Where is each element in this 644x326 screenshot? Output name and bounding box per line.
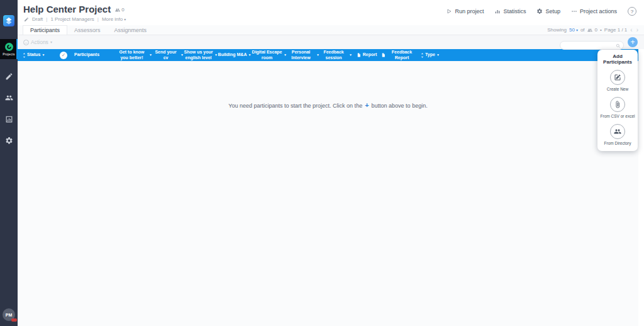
main-area: Help Center Project 0 Draft | 1 Project … — [18, 0, 644, 326]
actions-label: Actions — [31, 39, 48, 45]
circle-minus-icon: – — [23, 40, 29, 45]
from-directory-label: From Directory — [604, 141, 631, 146]
edit-icon — [24, 17, 29, 22]
run-project-button[interactable]: Run project — [446, 8, 484, 14]
column-label: Send your cv — [152, 50, 179, 60]
chevron-down-icon: ▾ — [124, 18, 126, 21]
page-size-dropdown[interactable]: 50 ▾ — [569, 27, 578, 33]
plus-icon: + — [630, 38, 635, 46]
tab-assignments[interactable]: Assignments — [108, 25, 154, 35]
column-personal-interview[interactable]: Personal Interview ▼ — [287, 49, 319, 61]
ellipsis-icon — [571, 8, 577, 14]
empty-text-before: You need participants to start the proje… — [228, 103, 362, 109]
document-icon — [357, 52, 361, 58]
participant-count: 0 — [115, 7, 124, 13]
app-logo[interactable] — [3, 15, 14, 26]
total-count: 0 — [595, 27, 597, 33]
column-english-level[interactable]: Show us your english level ▼ — [184, 49, 218, 61]
user-avatar[interactable]: PM — [3, 308, 15, 321]
chevron-down-icon: ▾ — [576, 28, 578, 32]
tab-label: Assessors — [74, 27, 101, 33]
people-icon — [5, 94, 13, 102]
column-label: Digital Escape room — [252, 50, 282, 60]
column-report[interactable]: Report — [352, 49, 381, 61]
column-status[interactable]: Status ▼ — [18, 49, 53, 61]
column-label: Personal Interview — [287, 50, 315, 60]
sidebar-item-users[interactable] — [4, 93, 13, 102]
column-label: Building M&A — [218, 52, 247, 57]
sidebar-item-reports[interactable] — [4, 115, 13, 123]
more-info-dropdown[interactable]: More info ▾ — [102, 16, 126, 22]
column-feedback-session[interactable]: Feedback session ▼ — [319, 49, 352, 61]
project-actions-button[interactable]: Project actions — [571, 8, 617, 14]
search-input[interactable] — [560, 41, 624, 50]
page-indicator: Page 1 / 1 — [604, 27, 627, 33]
empty-text-after: button above to begin. — [372, 103, 428, 109]
sort-icon — [23, 53, 26, 58]
run-project-label: Run project — [455, 8, 484, 14]
next-page-button[interactable]: › — [636, 27, 639, 33]
play-icon — [446, 8, 452, 14]
chart-icon — [5, 115, 13, 123]
column-select[interactable]: ✓ — [53, 49, 74, 61]
avatar-badge — [11, 318, 17, 322]
column-get-to-know[interactable]: Get to know you better! ▼ — [116, 49, 152, 61]
meta-separator: | — [97, 16, 99, 22]
help-button[interactable]: ? — [628, 7, 636, 16]
help-icon: ? — [631, 9, 633, 14]
setup-label: Setup — [545, 8, 560, 14]
document-icon — [381, 52, 386, 58]
column-label: Status — [27, 52, 40, 57]
header-actions: Run project Statistics Setup Project act… — [446, 7, 636, 16]
edit-square-icon — [614, 74, 621, 81]
gear-icon — [536, 8, 543, 14]
of-label: of — [580, 27, 585, 33]
add-participants-button[interactable]: + — [628, 37, 638, 47]
setup-button[interactable]: Setup — [536, 8, 560, 14]
statistics-button[interactable]: Statistics — [494, 8, 526, 14]
page-title: Help Center Project — [23, 4, 111, 14]
actions-dropdown[interactable]: – Actions ▾ — [23, 39, 52, 45]
chevron-down-icon: ▼ — [248, 53, 251, 57]
toolbar: – Actions ▾ + — [18, 35, 644, 49]
create-new-label: Create New — [607, 87, 628, 92]
pagination: Showing 50 ▾ of 0 • Page 1 / 1 ‹ › — [547, 25, 639, 35]
column-label: Show us your english level — [184, 50, 213, 60]
column-send-cv[interactable]: Send your cv ▼ — [152, 49, 184, 61]
column-escape-room[interactable]: Digital Escape room ▼ — [252, 49, 287, 61]
column-participants[interactable]: Participants — [74, 49, 116, 61]
create-icon-circle — [610, 70, 625, 85]
tab-label: Participants — [30, 27, 60, 33]
sidebar-item-design[interactable] — [4, 72, 13, 81]
participants-table-header: Status ▼ ✓ Participants Get to know you … — [18, 49, 638, 61]
column-type[interactable]: Type ▼ — [416, 49, 444, 61]
column-label: Get to know you better! — [116, 50, 148, 60]
from-csv-option[interactable]: From CSV or excel — [601, 97, 635, 119]
stats-icon — [494, 8, 501, 14]
page-size-value: 50 — [569, 27, 575, 33]
app-logo-icon — [3, 15, 14, 26]
table-body-empty: You need participants to start the proje… — [18, 61, 638, 326]
create-new-option[interactable]: Create New — [607, 70, 628, 92]
prev-page-button[interactable]: ‹ — [630, 27, 633, 33]
chevron-down-icon: ▼ — [436, 53, 440, 57]
column-label: Type — [425, 52, 435, 57]
sidebar-item-settings[interactable] — [4, 136, 13, 145]
status-badge: Draft — [32, 16, 43, 22]
paperclip-icon — [614, 101, 621, 108]
tab-participants[interactable]: Participants — [23, 25, 67, 35]
people-icon — [614, 128, 621, 135]
from-directory-option[interactable]: From Directory — [604, 124, 631, 146]
people-icon — [587, 28, 592, 33]
column-feedback-report[interactable]: Feedback Report — [381, 49, 416, 61]
column-building-ma[interactable]: Building M&A ▼ — [218, 49, 252, 61]
project-header: Help Center Project 0 Draft | 1 Project … — [18, 0, 644, 25]
pencil-icon — [5, 72, 13, 81]
plus-icon: + — [365, 102, 369, 109]
projects-icon — [5, 43, 13, 51]
people-icon — [115, 8, 120, 13]
sidebar-item-projects[interactable]: Projects — [0, 39, 18, 59]
check-circle-icon: ✓ — [60, 52, 67, 59]
tab-assessors[interactable]: Assessors — [67, 25, 108, 35]
directory-icon-circle — [610, 124, 625, 139]
